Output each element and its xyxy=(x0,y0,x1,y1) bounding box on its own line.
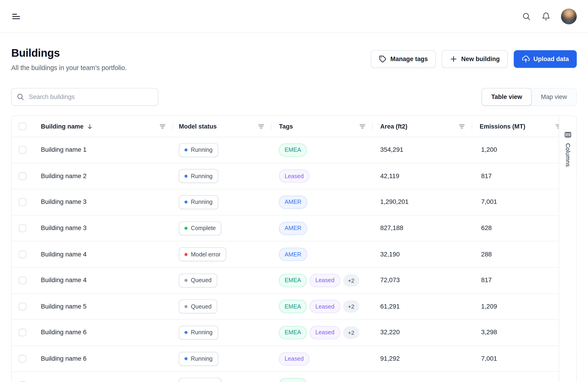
emissions-cell: 9,019 xyxy=(472,381,559,382)
tags-cell: EMEA xyxy=(272,143,373,157)
table-row: Building name 5 Queued EMEALeased+2 61,2… xyxy=(12,294,559,320)
emissions-cell: 1,209 xyxy=(472,303,559,310)
model-status-cell: Running xyxy=(173,352,272,365)
status-label: Queued xyxy=(191,277,211,284)
building-name-cell: Building name 4 xyxy=(33,277,173,284)
area-cell: 32,220 xyxy=(373,329,472,337)
filter-icon[interactable] xyxy=(458,123,465,130)
bell-icon[interactable] xyxy=(542,12,550,21)
table-row: Building name 6 Running Leased 91,292 7,… xyxy=(12,346,559,372)
tag-badge: Leased xyxy=(310,274,340,287)
filter-icon[interactable] xyxy=(555,123,559,130)
row-checkbox[interactable] xyxy=(19,277,26,284)
emissions-cell: 628 xyxy=(472,224,559,232)
search-input[interactable] xyxy=(11,88,158,106)
column-header-model-status: Model status xyxy=(173,116,272,137)
map-view-tab[interactable]: Map view xyxy=(531,88,576,106)
building-name-cell: Building name 4 xyxy=(33,251,173,258)
sort-desc-icon xyxy=(86,123,93,129)
tags-cell: AMER xyxy=(272,248,373,261)
row-checkbox[interactable] xyxy=(19,251,26,258)
status-label: Queued xyxy=(191,303,211,310)
columns-panel-label: Columns xyxy=(564,143,571,167)
table-row: Building name 3 Complete AMER 827,188 62… xyxy=(12,215,559,241)
status-label: Running xyxy=(191,199,212,205)
table-content: Building name Model statu xyxy=(12,116,559,382)
building-name-cell: Building name 7 xyxy=(33,381,173,382)
row-checkbox[interactable] xyxy=(19,146,26,154)
building-name-cell: Building name 2 xyxy=(33,172,173,180)
area-cell: 42,119 xyxy=(373,172,472,180)
column-header-building-name: Building name xyxy=(33,116,173,137)
tags-cell: EMEALeased+2 xyxy=(272,326,373,339)
topbar-actions xyxy=(522,8,577,24)
status-dot-icon xyxy=(185,149,188,152)
model-status-badge: Running xyxy=(179,169,218,183)
tags-cell: EMEALeased+2 xyxy=(272,300,373,313)
table-row: Building name 6 Running EMEALeased+2 32,… xyxy=(12,320,559,346)
row-checkbox-cell xyxy=(12,355,34,362)
tags-cell: EMEALeased+2 xyxy=(272,274,373,287)
building-name-sort[interactable]: Building name xyxy=(41,123,93,130)
upload-data-button[interactable]: Upload data xyxy=(514,50,577,68)
table-row: Building name 2 Running Leased 42,119 81… xyxy=(12,163,559,189)
new-building-button[interactable]: New building xyxy=(442,50,508,68)
table-row: Building name 4 Model error AMER 32,190 … xyxy=(12,241,559,268)
tag-badge: EMEA xyxy=(279,143,307,157)
page-header: Buildings All the buildings in your team… xyxy=(11,46,577,72)
filter-icon[interactable] xyxy=(258,123,265,130)
tags-cell: Leased xyxy=(272,352,373,365)
model-status-cell: Queued xyxy=(173,273,272,287)
model-status-cell: Queued xyxy=(173,300,272,313)
header-checkbox-cell xyxy=(12,116,34,137)
row-checkbox[interactable] xyxy=(19,381,26,382)
row-checkbox[interactable] xyxy=(19,303,26,310)
manage-tags-button[interactable]: Manage tags xyxy=(371,50,436,68)
building-name-cell: Building name 5 xyxy=(33,303,173,310)
emissions-cell: 288 xyxy=(472,251,559,258)
upload-data-label: Upload data xyxy=(534,56,569,63)
model-status-cell: Running xyxy=(173,169,272,183)
row-checkbox[interactable] xyxy=(19,224,26,232)
building-name-cell: Building name 6 xyxy=(33,355,173,362)
search-icon[interactable] xyxy=(522,12,531,21)
table-row: Building name 7 Complete EMEA 827,188 9,… xyxy=(12,372,559,382)
status-dot-icon xyxy=(185,279,188,282)
row-checkbox-cell xyxy=(12,146,34,154)
avatar[interactable] xyxy=(561,8,577,24)
area-cell: 61,291 xyxy=(373,303,472,310)
model-status-cell: Complete xyxy=(173,221,272,235)
tags-cell: AMER xyxy=(272,222,373,235)
tag-icon xyxy=(379,55,387,63)
filter-icon[interactable] xyxy=(159,123,166,130)
table-body: Building name 1 Running EMEA 354,291 1,2… xyxy=(12,137,559,382)
status-dot-icon xyxy=(185,175,188,178)
model-status-cell: Running xyxy=(173,195,272,209)
status-dot-icon xyxy=(185,357,188,360)
column-header-area: Area (ft2) xyxy=(373,116,472,137)
tag-badge: Leased xyxy=(310,326,340,339)
model-status-badge: Running xyxy=(179,195,218,209)
table-view-tab[interactable]: Table view xyxy=(482,88,532,106)
plus-icon xyxy=(449,55,457,63)
filter-icon[interactable] xyxy=(359,123,366,130)
model-status-cell: Running xyxy=(173,143,272,157)
page-title: Buildings xyxy=(11,46,127,60)
tags-cell: AMER xyxy=(272,196,373,209)
tag-badge: Leased xyxy=(279,352,309,365)
row-checkbox[interactable] xyxy=(19,172,26,180)
status-label: Running xyxy=(191,355,212,362)
row-checkbox-cell xyxy=(12,381,34,382)
menu-icon[interactable] xyxy=(11,11,21,21)
status-label: Running xyxy=(191,147,212,153)
upload-cloud-icon xyxy=(521,55,530,63)
select-all-checkbox[interactable] xyxy=(19,122,26,130)
status-label: Running xyxy=(191,329,212,336)
row-checkbox[interactable] xyxy=(19,198,26,206)
row-checkbox[interactable] xyxy=(19,329,26,337)
more-tags-badge: +2 xyxy=(343,326,359,339)
model-status-cell: Running xyxy=(173,326,272,340)
columns-panel-toggle[interactable]: Columns xyxy=(559,116,577,382)
row-checkbox[interactable] xyxy=(19,355,26,362)
page-subtitle: All the buildings in your team’s portfol… xyxy=(11,63,127,72)
